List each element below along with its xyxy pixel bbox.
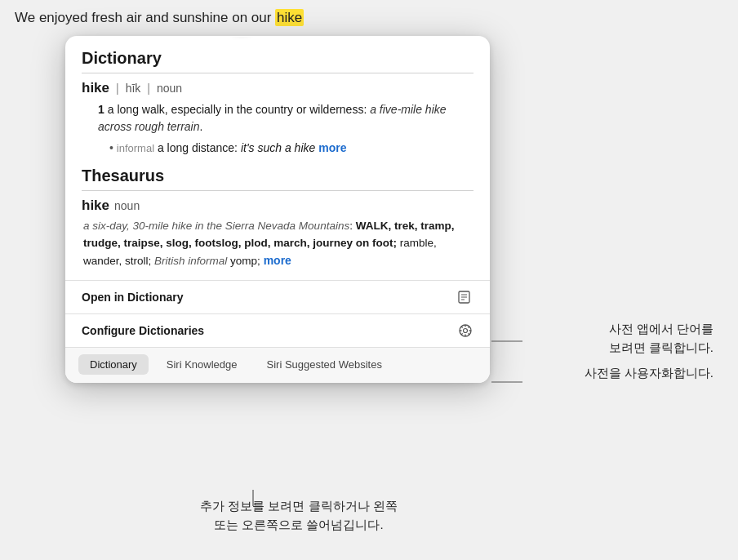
thesaurus-header: Thesaurus — [82, 167, 473, 191]
annotation-right-2-line1: 사전을 사용자화합니다. — [585, 366, 714, 380]
background-sentence: We enjoyed fresh air and sunshine on our… — [15, 10, 304, 26]
annotation-right-1-line1: 사전 앱에서 단어를 — [609, 322, 714, 336]
thesaurus-entry: hike noun a six-day, 30-mile hike in the… — [82, 198, 473, 270]
open-in-dictionary-label: Open in Dictionary — [82, 291, 183, 304]
popup-content: Dictionary hike | hīk | noun 1a long wal… — [65, 36, 490, 270]
sentence-before: We enjoyed fresh air and sunshine on our — [15, 10, 275, 25]
def-text: a long walk, especially in the country o… — [108, 103, 367, 116]
sub-def-text: a long distance: — [158, 141, 238, 154]
dictionary-section: Dictionary hike | hīk | noun 1a long wal… — [82, 49, 473, 157]
word-title-line: hike | hīk | noun — [82, 80, 473, 96]
tab-dictionary[interactable]: Dictionary — [78, 354, 149, 375]
highlighted-word: hike — [275, 9, 304, 26]
thesaurus-example: a six-day, 30-mile hike in the Sierra Ne… — [83, 220, 349, 232]
popup-actions: Open in Dictionary Configure Dictionarie… — [65, 280, 490, 347]
separator-2: | — [147, 82, 150, 95]
informal-label: informal — [117, 142, 154, 154]
separator-1: | — [116, 82, 119, 95]
svg-line-12 — [468, 327, 469, 328]
configure-icon — [457, 322, 473, 339]
def-num: 1 — [98, 103, 104, 116]
thesaurus-word-line: hike noun — [82, 198, 473, 214]
svg-line-13 — [461, 333, 463, 335]
open-dictionary-icon — [457, 289, 473, 305]
open-in-dictionary-row[interactable]: Open in Dictionary — [65, 281, 490, 314]
configure-dictionaries-label: Configure Dictionaries — [82, 324, 204, 337]
svg-point-5 — [464, 328, 468, 332]
definition-sub: informal a long distance: it's such a hi… — [98, 140, 473, 157]
annotation-right-1-line2: 보려면 클릭합니다. — [609, 340, 714, 354]
tab-siri-websites[interactable]: Siri Suggested Websites — [256, 354, 393, 375]
definition-item-1: 1a long walk, especially in the country … — [98, 101, 473, 136]
word-pronunciation: hīk — [126, 82, 141, 95]
annotation-bottom-line1: 추가 정보를 보려면 클릭하거나 왼쪽 — [200, 499, 398, 513]
annotation-configure-dict: 사전을 사용자화합니다. — [585, 364, 714, 383]
dictionary-header: Dictionary — [82, 49, 473, 73]
thesaurus-pos: noun — [114, 199, 140, 212]
thesaurus-section: Thesaurus hike noun a six-day, 30-mile h… — [82, 167, 473, 270]
svg-line-11 — [468, 333, 469, 335]
word-pos: noun — [157, 82, 182, 95]
thesaurus-synonyms: a six-day, 30-mile hike in the Sierra Ne… — [82, 218, 473, 270]
configure-dictionaries-row[interactable]: Configure Dictionaries — [65, 314, 490, 347]
annotation-open-dict: 사전 앱에서 단어를 보려면 클릭합니다. — [609, 320, 714, 357]
synonyms-informal-word: yomp; — [230, 255, 260, 267]
synonyms-informal-label: British informal — [154, 255, 227, 267]
more-link-thesaurus[interactable]: more — [264, 254, 291, 267]
dictionary-popup: Dictionary hike | hīk | noun 1a long wal… — [65, 36, 490, 383]
word-main: hike — [82, 80, 109, 96]
sub-def-example: it's such a hike — [241, 141, 315, 154]
def-example-end: . — [200, 120, 203, 133]
more-link-dict[interactable]: more — [318, 141, 346, 154]
svg-line-10 — [461, 327, 463, 328]
annotation-bottom-line2: 또는 오른쪽으로 쓸어넘깁니다. — [214, 518, 384, 531]
annotation-bottom: 추가 정보를 보려면 클릭하거나 왼쪽 또는 오른쪽으로 쓸어넘깁니다. — [200, 497, 398, 534]
definition-list: 1a long walk, especially in the country … — [82, 101, 473, 157]
tab-bar: Dictionary Siri Knowledge Siri Suggested… — [65, 347, 490, 383]
colon-sep: : — [349, 220, 356, 232]
tab-siri-knowledge[interactable]: Siri Knowledge — [155, 354, 249, 375]
thesaurus-word: hike — [82, 198, 109, 214]
